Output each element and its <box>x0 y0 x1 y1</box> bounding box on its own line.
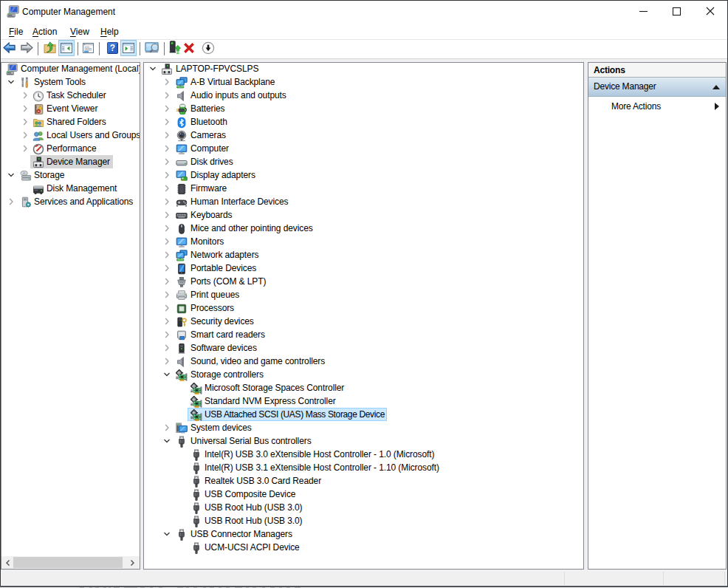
svg-text:?: ? <box>110 43 115 53</box>
